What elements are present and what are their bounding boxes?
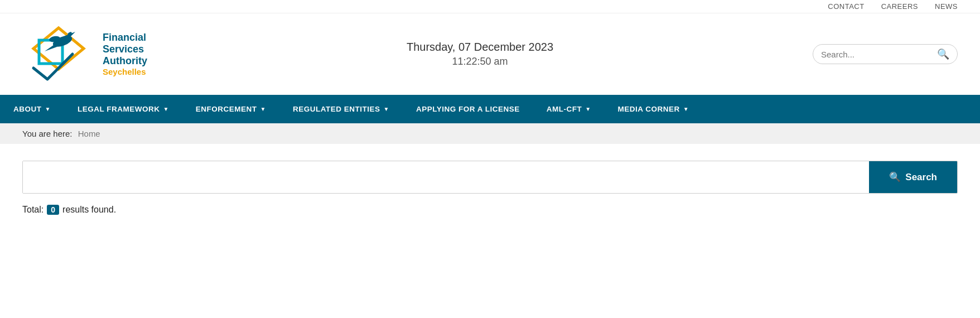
chevron-down-icon: ▼ xyxy=(585,106,591,112)
header-date: Thursday, 07 December 2023 xyxy=(407,41,553,54)
logo-icon xyxy=(22,23,95,85)
header-search-input[interactable] xyxy=(821,50,937,59)
breadcrumb-label: You are here: xyxy=(22,129,73,138)
header-search-button[interactable]: 🔍 xyxy=(937,48,949,60)
nav-item-aml-cft[interactable]: AML-CFT ▼ xyxy=(533,95,605,123)
nav-bar: ABOUT ▼ LEGAL FRAMEWORK ▼ ENFORCEMENT ▼ … xyxy=(0,95,980,123)
nav-item-about[interactable]: ABOUT ▼ xyxy=(0,95,64,123)
nav-item-media-corner[interactable]: MEDIA CORNER ▼ xyxy=(605,95,703,123)
logo-line2: Services xyxy=(103,44,147,55)
chevron-down-icon: ▼ xyxy=(683,106,689,112)
logo-line4: Seychelles xyxy=(103,67,147,76)
nav-item-applying-license[interactable]: APPLYING FOR A LICENSE xyxy=(403,95,533,123)
logo-text: Financial Services Authority Seychelles xyxy=(103,32,147,76)
results-text: Total: 0 results found. xyxy=(22,205,958,215)
logo-line1: Financial xyxy=(103,32,147,44)
main-search-bar: GLB Markets 🔍 Search xyxy=(22,161,958,194)
breadcrumb: You are here: Home xyxy=(0,123,980,144)
svg-marker-5 xyxy=(45,44,57,51)
results-badge: 0 xyxy=(47,205,59,215)
main-content: GLB Markets 🔍 Search Total: 0 results fo… xyxy=(0,144,980,232)
results-prefix: Total: xyxy=(22,205,44,215)
chevron-down-icon: ▼ xyxy=(163,106,168,112)
breadcrumb-home[interactable]: Home xyxy=(78,129,100,138)
header-search: 🔍 xyxy=(813,44,958,64)
contact-link[interactable]: CONTACT xyxy=(828,2,864,11)
search-box: 🔍 xyxy=(813,44,958,64)
top-bar: CONTACT CAREERS NEWS xyxy=(0,0,980,13)
logo-line3: Authority xyxy=(103,55,147,67)
header-center: Thursday, 07 December 2023 11:22:50 am xyxy=(147,41,813,68)
news-link[interactable]: NEWS xyxy=(935,2,958,11)
search-icon: 🔍 xyxy=(889,171,901,183)
main-search-input[interactable]: GLB Markets xyxy=(23,161,869,193)
nav-item-legal-framework[interactable]: LEGAL FRAMEWORK ▼ xyxy=(64,95,182,123)
nav-item-enforcement[interactable]: ENFORCEMENT ▼ xyxy=(182,95,279,123)
results-suffix: results found. xyxy=(62,205,116,215)
nav-item-regulated-entities[interactable]: REGULATED ENTITIES ▼ xyxy=(279,95,403,123)
main-search-button[interactable]: 🔍 Search xyxy=(869,161,957,193)
chevron-down-icon: ▼ xyxy=(383,106,389,112)
chevron-down-icon: ▼ xyxy=(260,106,266,112)
header-time: 11:22:50 am xyxy=(452,56,508,68)
logo-area: Financial Services Authority Seychelles xyxy=(22,23,147,85)
search-icon: 🔍 xyxy=(937,49,949,60)
header: Financial Services Authority Seychelles … xyxy=(0,13,980,95)
careers-link[interactable]: CAREERS xyxy=(881,2,918,11)
chevron-down-icon: ▼ xyxy=(45,106,51,112)
